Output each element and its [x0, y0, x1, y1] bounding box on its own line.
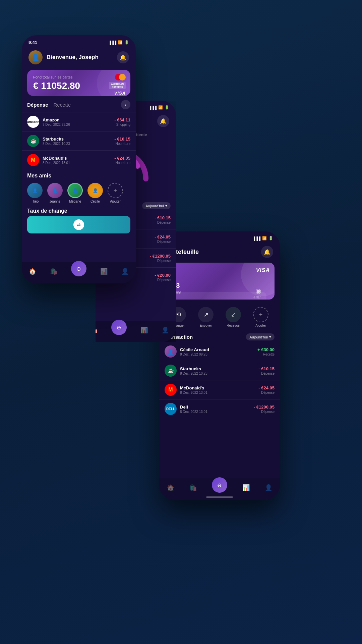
home-indicator-3 [206, 496, 233, 498]
p3-nav-stats[interactable]: 📊 [242, 484, 250, 491]
bottom-nav-1: 🏠 🛍️ ⊖ 📊 👤 [22, 262, 136, 283]
recevoir-icon: ↙ [226, 307, 241, 322]
tx-info-starbucks: Starbucks 8 Dec, 2022 10:23 [43, 137, 111, 146]
amazon-icon: amazon [27, 116, 39, 128]
nav-stats[interactable]: 📊 [100, 268, 108, 275]
p2-nav-profile[interactable]: 👤 [162, 326, 169, 334]
friend-avatar-jeanne: 👤 [47, 183, 63, 198]
mastercard-logo [115, 74, 126, 80]
balance-card[interactable]: Fond total sur les cartes € 11052.80 AME… [27, 70, 130, 96]
stats-bell[interactable]: 🔔 [157, 115, 169, 127]
battery-icon: 🔋 [124, 40, 129, 45]
action-recevoir[interactable]: ↙ Recevoir [226, 307, 241, 327]
visa-logo-card: VISA [114, 91, 126, 96]
action-envoyer[interactable]: ↗ Envoyer [198, 307, 214, 327]
mc-orange-circle [119, 74, 126, 80]
mcdonalds-icon: M [27, 154, 39, 166]
envoyer-label: Envoyer [200, 324, 212, 327]
phone-screen-1: 9:41 ▐▐▐ 📶 🔋 👤 Bienvenue, Joseph 🔔 Fond … [22, 35, 136, 283]
p2-nav-shop[interactable]: 🛍️ [90, 326, 98, 334]
action-ajouter[interactable]: + Ajouter [253, 307, 268, 327]
user-avatar[interactable]: 👤 [28, 50, 43, 64]
p3-starbucks-icon: ☕ [165, 365, 177, 377]
card-logos: AMERICANEXPRESS VISA [109, 74, 126, 96]
tab-depense[interactable]: Dépense [27, 102, 48, 108]
wifi-icon: 📶 [118, 40, 123, 45]
friend-megane[interactable]: 👤 Mégane [67, 183, 83, 203]
friend-name-theo: Théo [31, 200, 39, 203]
tx-date-starbucks: 8 Dec, 2022 10:23 [43, 142, 111, 146]
nav-home[interactable]: 🏠 [29, 268, 36, 275]
p3-header: Portefeuille 🔔 [159, 243, 280, 261]
battery-icon-3: 🔋 [268, 236, 273, 240]
notification-bell[interactable]: 🔔 [117, 51, 129, 63]
p3-tx-cecile[interactable]: 👤 Cécile Arnaud 8 Dec, 2022 09:26 + €30.… [159, 342, 280, 361]
friend-name-cecile: Cécile [90, 200, 100, 203]
p3-tx-dell[interactable]: DELL Dell 8 Dec, 2022 13:01 - €1200.05 D… [159, 399, 280, 418]
tab-arrow[interactable]: › [121, 100, 130, 109]
phone-screen-3: ▐▐▐ 📶 🔋 Portefeuille 🔔 VISA €63 ...4856 … [159, 231, 280, 500]
p2-nav-home[interactable]: 🏠 [69, 326, 76, 334]
card-peek-digits: ...4787 [251, 296, 261, 299]
tx-cat-mcdonalds: Nourriture [114, 161, 130, 165]
recevoir-label: Recevoir [227, 324, 240, 327]
tx-cat-starbucks: Nourriture [114, 142, 130, 146]
tx-row-mcdonalds[interactable]: M McDonald's 8 Dec, 2022 13:01 - €24.05 … [22, 150, 136, 169]
nav-center-1[interactable]: ⊖ [71, 261, 86, 276]
bottom-nav-2: 🏠 🛍️ ⊖ 📊 👤 [62, 321, 176, 342]
friend-name-megane: Mégane [69, 200, 81, 203]
battery-icon-2: 🔋 [165, 105, 169, 110]
friend-theo[interactable]: 👤 Théo [27, 183, 43, 203]
nav-profile[interactable]: 👤 [121, 268, 129, 275]
add-friend[interactable]: + Ajouter [108, 183, 123, 203]
friend-cecile[interactable]: 👤 Cécile [87, 183, 103, 203]
expense-tabs: Dépense Recette › [22, 100, 136, 112]
exchange-icon: ⇄ [73, 219, 84, 230]
tx-row-starbucks[interactable]: ☕ Starbucks 8 Dec, 2022 10:23 - €10.15 N… [22, 131, 136, 150]
p3-tx-mcdonalds[interactable]: M McDonald's 8 Dec, 2022 13:01 - €24.05 … [159, 380, 280, 399]
tx-neg-mcdonalds: - €24.05 [114, 156, 130, 161]
p2-nav-stats[interactable]: 📊 [140, 326, 148, 334]
p3-nav-shop[interactable]: 🛍️ [189, 484, 197, 491]
friend-jeanne[interactable]: 👤 Jeanne [47, 183, 63, 203]
tx-amount-starbucks: - €10.15 Nourriture [114, 137, 130, 146]
status-icons-1: ▐▐▐ 📶 🔋 [109, 40, 129, 45]
p3-today-badge[interactable]: Aujourd'hui ▾ [246, 333, 275, 340]
card-peek: ...4787 [173, 292, 266, 300]
avatar-image: 👤 [28, 50, 43, 64]
cecile-avatar: 👤 [165, 345, 177, 358]
p3-chevron-icon: ▾ [269, 335, 271, 339]
friends-title: Mes amis [22, 169, 136, 181]
today-badge[interactable]: Aujourd'hui ▾ [142, 202, 171, 209]
p3-nav-profile[interactable]: 👤 [265, 484, 272, 491]
tx-info-mcdonalds: McDonald's 8 Dec, 2022 13:01 [43, 156, 111, 165]
tx-amount-amazon: - €64.11 Shopping [114, 117, 130, 126]
p3-nav-center[interactable]: ⊖ [212, 477, 227, 493]
p2-nav-center[interactable]: ⊖ [111, 320, 127, 335]
p3-tx-starbucks[interactable]: ☕ Starbucks 8 Dec, 2022 10:23 - €10.15 D… [159, 361, 280, 380]
status-icons-2: ▐▐▐ 📶 🔋 [149, 105, 169, 110]
wallet-bell[interactable]: 🔔 [261, 246, 273, 258]
tx-name-mcdonalds: McDonald's [43, 156, 111, 161]
friend-avatar-megane: 👤 [67, 183, 83, 198]
p3-nav-home[interactable]: 🏠 [167, 484, 174, 491]
exchange-bar[interactable]: ⇄ [27, 216, 130, 233]
add-friend-label: Ajouter [110, 200, 121, 203]
visa-card[interactable]: VISA €63 ...4856 ◉ ...4787 [165, 263, 275, 300]
friend-avatar-cecile: 👤 [87, 183, 103, 198]
welcome-text: Bienvenue, Joseph [47, 54, 113, 61]
visa-card-logo: VISA [256, 267, 270, 273]
p2-amount-starbucks: - €10.15 Dépense [155, 215, 171, 224]
tx-neg-starbucks: - €10.15 [114, 137, 130, 142]
tx-date-amazon: 7 Dec, 2022 23:26 [43, 123, 111, 126]
nav-shop[interactable]: 🛍️ [50, 268, 57, 275]
tx-row-amazon[interactable]: amazon Amazon 7 Dec, 2022 23:26 - €64.11… [22, 112, 136, 131]
p3-mcdonalds-icon: M [165, 384, 177, 396]
tx-info-amazon: Amazon 7 Dec, 2022 23:26 [43, 117, 111, 126]
time-1: 9:41 [28, 40, 37, 45]
tx-neg-amazon: - €64.11 [114, 117, 130, 122]
p3-dell-icon: DELL [165, 403, 177, 415]
p1-header: 👤 Bienvenue, Joseph 🔔 [22, 48, 136, 68]
tab-recette[interactable]: Recette [54, 102, 71, 108]
wifi-icon-3: 📶 [262, 236, 267, 240]
